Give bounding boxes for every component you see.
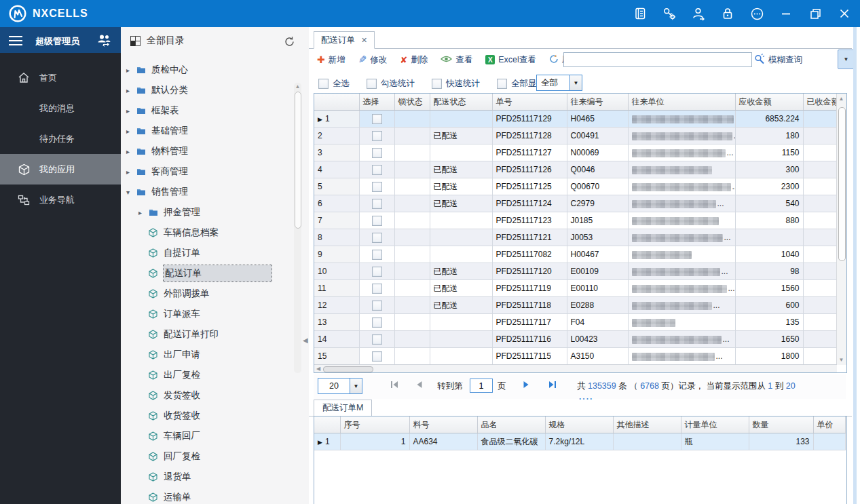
minimize-icon[interactable] xyxy=(779,6,793,21)
expand-icon[interactable]: ▸ xyxy=(126,107,135,115)
row-checkbox[interactable] xyxy=(372,199,382,209)
table-row[interactable]: 11 已配送PFD251117119E00110 ...1560 xyxy=(314,280,837,297)
table-row[interactable]: 5 已配送PFD251117125Q00670 ...2300 xyxy=(314,178,837,195)
row-checkbox[interactable] xyxy=(372,165,382,175)
col-spec[interactable]: 规格 xyxy=(545,416,613,433)
tree-item[interactable]: ▸客商管理 xyxy=(121,161,292,182)
col-rownum[interactable] xyxy=(314,416,340,433)
scroll-thumb[interactable] xyxy=(323,366,373,372)
expand-icon[interactable]: ▸ xyxy=(138,209,147,216)
col-seq[interactable]: 序号 xyxy=(340,416,409,433)
tab-delivery-orders[interactable]: 配送订单 ✕ xyxy=(314,31,375,49)
fuzzy-search-button[interactable]: 模糊查询 xyxy=(754,54,802,66)
col-select[interactable]: 选择 xyxy=(359,94,394,111)
tree-item[interactable]: 外部调拨单 xyxy=(121,284,292,304)
tree-item[interactable]: 配送订单打印 xyxy=(121,324,292,345)
tree-item[interactable]: 发货签收 xyxy=(121,385,292,406)
lock-icon[interactable] xyxy=(720,6,735,21)
tree-item[interactable]: ▸质检中心 xyxy=(121,60,292,80)
col-partner-code[interactable]: 往来编号 xyxy=(567,94,628,111)
row-checkbox[interactable] xyxy=(372,216,382,226)
col-item-no[interactable]: 料号 xyxy=(409,416,477,433)
table-row[interactable]: 2 已配送PFD251117128C00491 .180 xyxy=(314,128,837,144)
table-row[interactable]: 7 PFD251117123J0185 880 xyxy=(314,212,837,229)
col-receivable[interactable]: 应收金额 xyxy=(735,94,803,111)
collapse-icon[interactable]: ▾ xyxy=(126,189,135,196)
tree-item[interactable]: 出厂申请 xyxy=(121,345,292,365)
search-input[interactable] xyxy=(563,52,752,67)
col-uom[interactable]: 计量单位 xyxy=(681,416,749,433)
row-checkbox[interactable] xyxy=(372,351,382,362)
scroll-down-icon[interactable]: ▼ xyxy=(837,357,846,363)
excel-view-button[interactable]: X Excel查看 xyxy=(485,54,536,66)
tree-item[interactable]: 运输单 xyxy=(121,487,292,504)
scope-select[interactable]: 全部 ▼ xyxy=(536,75,582,91)
delete-button[interactable]: ✘ 删除 xyxy=(400,54,428,66)
tree-item[interactable]: 配送订单 xyxy=(121,263,292,284)
row-checkbox[interactable] xyxy=(372,182,382,192)
table-row[interactable]: ▶1 PFD251117129H0465 6853.224 xyxy=(314,111,837,128)
row-checkbox[interactable] xyxy=(372,301,382,311)
tree-item[interactable]: ▸框架表 xyxy=(121,100,292,121)
row-checkbox[interactable] xyxy=(372,131,382,141)
table-row[interactable]: 8 PFD251117121J0053 ... xyxy=(314,229,837,246)
scroll-thumb[interactable] xyxy=(295,92,301,229)
tree-item[interactable]: 车辆回厂 xyxy=(121,426,292,446)
grid-vertical-scrollbar[interactable]: ▲ ▼ xyxy=(836,94,846,365)
sidebar-item-tasks[interactable]: 待办任务 xyxy=(0,123,121,154)
add-button[interactable]: ✚ 新增 xyxy=(317,54,345,66)
tree-item[interactable]: 收货签收 xyxy=(121,406,292,426)
more-icon[interactable] xyxy=(749,6,764,21)
row-checkbox[interactable] xyxy=(372,334,382,345)
panel-collapse-icon[interactable]: ◀ xyxy=(303,336,308,344)
restore-icon[interactable] xyxy=(808,6,823,21)
select-all-checkbox[interactable]: 全选 xyxy=(318,78,350,90)
row-checkbox[interactable] xyxy=(372,284,382,294)
prev-page-button[interactable] xyxy=(415,381,423,391)
col-received[interactable]: 已收金额 xyxy=(803,94,837,111)
expand-icon[interactable]: ▸ xyxy=(126,66,135,74)
close-icon[interactable] xyxy=(837,6,852,21)
switch-user-icon[interactable] xyxy=(691,6,706,21)
tree-item[interactable]: ▸基础管理 xyxy=(121,121,292,141)
col-partner-name[interactable]: 往来单位 xyxy=(628,94,735,111)
scroll-thumb[interactable] xyxy=(838,107,846,261)
table-row[interactable]: 9 PFD251117082H00467 1040 xyxy=(314,246,837,263)
tab-close-icon[interactable]: ✕ xyxy=(361,36,367,45)
edit-button[interactable]: ✎ 修改 xyxy=(358,54,388,66)
col-delivery-status[interactable]: 配送状态 xyxy=(430,94,492,111)
tab-delivery-order-items[interactable]: 配送订单M xyxy=(314,400,372,416)
toolbar-dropdown-button[interactable]: ▼ xyxy=(838,50,855,69)
tree-item[interactable]: ▸物料管理 xyxy=(121,141,292,161)
first-page-button[interactable] xyxy=(390,381,399,391)
page-size-select[interactable]: 20 ▼ xyxy=(318,378,362,394)
col-item-name[interactable]: 品名 xyxy=(477,416,545,433)
table-row[interactable]: 15 PFD251117115A3150 ...1800 xyxy=(314,348,837,365)
table-row[interactable]: 13 PFD251117117F04 135 xyxy=(314,314,837,331)
table-row[interactable]: 3 PFD251117127N00069 ...1150 xyxy=(314,144,837,161)
row-checkbox[interactable] xyxy=(372,148,382,158)
view-button[interactable]: 查看 xyxy=(441,54,472,66)
expand-icon[interactable]: ▸ xyxy=(126,128,135,135)
col-price[interactable]: 单价 xyxy=(813,416,845,433)
notebook-icon[interactable] xyxy=(633,6,648,21)
tree-item[interactable]: 车辆信息档案 xyxy=(121,222,292,243)
tree-item[interactable]: 订单派车 xyxy=(121,304,292,324)
sidebar-item-biz-nav[interactable]: 业务导航 xyxy=(0,185,121,215)
expand-icon[interactable]: ▸ xyxy=(126,168,135,176)
tree-refresh-icon[interactable] xyxy=(284,36,295,50)
expand-icon[interactable]: ▸ xyxy=(126,87,135,94)
table-row[interactable]: 14 PFD251117116L00423 ...1650 xyxy=(314,331,837,348)
expand-icon[interactable]: ▸ xyxy=(126,148,135,155)
scroll-up-icon[interactable]: ▲ xyxy=(837,96,846,102)
row-checkbox[interactable] xyxy=(372,114,382,124)
tree-item[interactable]: 自提订单 xyxy=(121,243,292,263)
next-page-button[interactable] xyxy=(523,381,530,391)
tree-scrollbar[interactable]: ▲ xyxy=(294,83,301,373)
row-checkbox[interactable] xyxy=(372,267,382,277)
table-row[interactable]: 12 已配送PFD251117118E0288 ...600 xyxy=(314,297,837,314)
quick-stats-checkbox[interactable]: 快速统计 xyxy=(432,78,480,90)
col-rownum[interactable] xyxy=(314,94,359,111)
col-other-desc[interactable]: 其他描述 xyxy=(613,416,681,433)
switch-role-icon[interactable] xyxy=(96,33,111,49)
